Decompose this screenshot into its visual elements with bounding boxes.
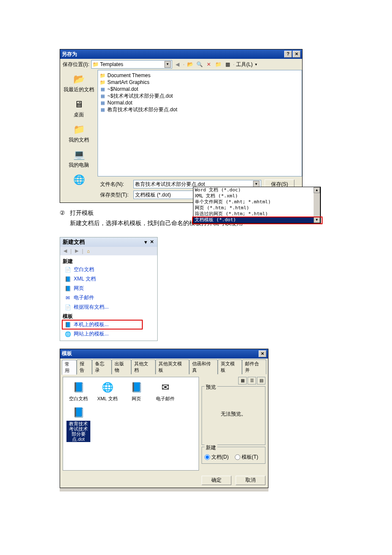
location-combo[interactable]: 📁 Templates ▼: [91, 60, 172, 69]
back-icon[interactable]: ◀: [174, 61, 182, 68]
tools-menu[interactable]: 工具(L): [236, 61, 253, 68]
dropdown-option[interactable]: XML 文档 (*.xml): [193, 193, 320, 199]
place-label: 我的文档: [69, 136, 89, 144]
taskpane-item[interactable]: 📘网页: [63, 284, 155, 293]
file-name: Document Themes: [107, 72, 150, 78]
close-button[interactable]: ✕: [259, 350, 266, 357]
templates-dialog: 模板 ✕ 常用报告备忘录出版物其他文档其他英文模板信函和传真英文模板邮件合并 📘…: [60, 349, 268, 488]
template-label: XML 文档: [97, 396, 118, 402]
preview-text: 无法预览。: [205, 392, 262, 436]
file-item[interactable]: 📁SmartArt Graphics: [100, 79, 300, 86]
radio-document[interactable]: 文档(D): [205, 454, 229, 461]
new-folder-icon[interactable]: 📁: [214, 61, 222, 68]
dropdown-option[interactable]: 文档模板 (*.dot): [193, 217, 320, 223]
template-icon: 📘: [72, 406, 85, 419]
file-listing[interactable]: 📁Document Themes📁SmartArt Graphics▦~$Nor…: [98, 70, 302, 176]
close-button[interactable]: ✕: [293, 51, 300, 58]
item-icon: 📘: [64, 285, 71, 292]
ok-button[interactable]: 确定: [202, 476, 231, 485]
chevron-down-icon[interactable]: ▼: [254, 63, 258, 66]
cancel-button[interactable]: 取消: [236, 476, 265, 485]
radio-template[interactable]: 模板(T): [235, 454, 258, 461]
dropdown-option[interactable]: 单个文件网页 (*.mht; *.mhtml): [193, 199, 320, 205]
dialog-title: 模板: [62, 350, 258, 357]
filetype-dropdown[interactable]: Word 文档 (*.doc)XML 文档 (*.xml)单个文件网页 (*.m…: [193, 187, 321, 223]
dropdown-option[interactable]: Word 文档 (*.doc): [193, 187, 320, 193]
tab[interactable]: 信函和传真: [189, 359, 218, 374]
taskpane-item[interactable]: ✉电子邮件: [63, 293, 155, 303]
template-item[interactable]: 📘教育技术考试技术部分要点.dot: [66, 406, 90, 442]
place-icon: 📁: [72, 123, 86, 136]
template-list[interactable]: 📘空白文档🌐XML 文档📘网页✉电子邮件📘教育技术考试技术部分要点.dot: [63, 377, 199, 471]
list-view[interactable]: ☰: [248, 377, 256, 384]
scroll-up-icon[interactable]: ▲: [314, 187, 320, 193]
template-item[interactable]: 📘网页: [124, 381, 148, 402]
file-item[interactable]: ▦~$技术考试技术部分要点.dot: [100, 92, 300, 99]
document-icon: ▦: [100, 93, 106, 99]
place-label: 桌面: [74, 111, 84, 119]
dialog-title: 另存为: [62, 51, 283, 58]
filename-label: 文件名(N):: [100, 181, 130, 188]
item-icon: 🌐: [64, 331, 71, 338]
place-icon: 🌐: [72, 173, 86, 187]
file-item[interactable]: ▦Normal.dot: [100, 99, 300, 106]
place-item[interactable]: 📂我最近的文档: [62, 72, 96, 93]
template-items-list: 📘本机上的模板...🌐网站上的模板...: [63, 320, 155, 339]
back-icon[interactable]: ◀: [62, 248, 69, 254]
close-icon[interactable]: ✕: [149, 239, 155, 245]
tab[interactable]: 英文模板: [218, 359, 242, 374]
file-item[interactable]: 📁Document Themes: [100, 72, 300, 79]
template-icon: 🌐: [101, 381, 114, 394]
file-item[interactable]: ▦教育技术考试技术部分要点.dot: [100, 106, 300, 113]
views-icon[interactable]: ▦: [224, 61, 231, 68]
file-name: ~$Normal.dot: [107, 86, 138, 92]
new-document-taskpane: 新建文档 ▼ ✕ ◀ | ▶ | ⌂ 新建 📄空白文档📘XML 文档📘网页✉电子…: [60, 237, 158, 341]
taskpane-item[interactable]: 📘XML 文档: [63, 275, 155, 284]
tab[interactable]: 其他英文模板: [156, 359, 189, 374]
tab[interactable]: 出版物: [112, 359, 131, 374]
template-item[interactable]: 📘空白文档: [66, 381, 90, 402]
taskpane-item[interactable]: 🌐网站上的模板...: [63, 330, 155, 339]
details-view[interactable]: ▤: [257, 377, 265, 384]
dropdown-option[interactable]: 网页 (*.htm; *.html): [193, 205, 320, 211]
taskpane-nav: ◀ | ▶ | ⌂: [60, 247, 157, 255]
tab-strip: 常用报告备忘录出版物其他文档其他英文模板信函和传真英文模板邮件合并: [60, 358, 268, 374]
large-icons-view[interactable]: ▦: [238, 377, 247, 384]
file-name: SmartArt Graphics: [107, 79, 150, 85]
item-icon: 📘: [64, 276, 71, 283]
taskpane-title: 新建文档 ▼ ✕: [60, 237, 157, 247]
up-folder-icon[interactable]: 📂: [186, 61, 194, 68]
file-item[interactable]: ▦~$Normal.dot: [100, 86, 300, 92]
template-item[interactable]: 🌐XML 文档: [95, 381, 119, 402]
taskpane-item[interactable]: 📄根据现有文档...: [63, 303, 155, 312]
section-templates: 模板: [63, 313, 155, 320]
help-button[interactable]: ?: [284, 51, 292, 58]
tab[interactable]: 备忘录: [92, 359, 112, 374]
chevron-down-icon[interactable]: ▼: [143, 240, 149, 245]
chevron-down-icon[interactable]: ▼: [164, 61, 171, 68]
delete-icon[interactable]: ✕: [205, 61, 213, 68]
dropdown-option[interactable]: 筛选过的网页 (*.htm; *.html): [193, 211, 320, 217]
template-label: 空白文档: [69, 396, 88, 402]
titlebar: 模板 ✕: [60, 349, 268, 358]
search-icon[interactable]: 🔍: [196, 61, 203, 68]
place-item[interactable]: 🖥桌面: [62, 98, 96, 119]
home-icon[interactable]: ⌂: [85, 248, 92, 254]
forward-icon[interactable]: ▶: [73, 248, 80, 254]
template-label: 电子邮件: [156, 396, 175, 402]
template-icon: 📘: [130, 381, 143, 394]
folder-icon: 📁: [92, 61, 99, 67]
tab[interactable]: 报告: [77, 359, 92, 374]
place-item[interactable]: 📁我的文档: [62, 123, 96, 144]
taskpane-item[interactable]: 📘本机上的模板...: [63, 320, 155, 330]
tab[interactable]: 常用: [62, 360, 77, 375]
scroll-down-icon[interactable]: ▼: [314, 217, 320, 223]
taskpane-item[interactable]: 📄空白文档: [63, 265, 155, 275]
tab[interactable]: 其他文档: [131, 359, 156, 374]
place-icon: 📂: [72, 72, 86, 86]
tab[interactable]: 邮件合并: [242, 359, 266, 374]
place-item[interactable]: 💻我的电脑: [62, 148, 96, 169]
place-icon: 💻: [72, 148, 86, 162]
template-item[interactable]: ✉电子邮件: [153, 381, 177, 402]
place-item[interactable]: 🌐: [62, 173, 96, 187]
